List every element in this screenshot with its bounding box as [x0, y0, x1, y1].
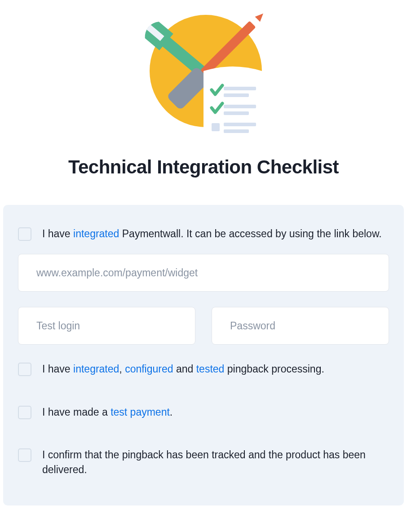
page-title: Technical Integration Checklist — [68, 156, 339, 178]
checkbox-confirm[interactable] — [18, 448, 31, 462]
link-tested[interactable]: tested — [196, 363, 225, 375]
checklist-illustration — [136, 8, 271, 138]
checklist-item-label: I have integrated, configured and tested… — [42, 362, 389, 377]
svg-rect-9 — [224, 105, 256, 108]
svg-rect-8 — [224, 93, 249, 97]
link-integrated[interactable]: integrated — [73, 228, 119, 239]
checklist-item-label: I have made a test payment. — [42, 405, 389, 420]
svg-rect-10 — [224, 111, 249, 115]
svg-rect-7 — [224, 87, 256, 90]
svg-rect-12 — [224, 129, 249, 133]
checklist-item-pingback: I have integrated, configured and tested… — [18, 362, 389, 377]
checklist-item-confirm: I confirm that the pingback has been tra… — [18, 448, 389, 478]
link-configured[interactable]: configured — [125, 363, 173, 375]
checklist-item-label: I have integrated Paymentwall. It can be… — [42, 226, 389, 241]
checklist-item-test-payment: I have made a test payment. — [18, 405, 389, 420]
checklist-item-integrated: I have integrated Paymentwall. It can be… — [18, 226, 389, 241]
svg-rect-13 — [212, 123, 220, 131]
checkbox-test-payment[interactable] — [18, 406, 31, 419]
checkbox-pingback[interactable] — [18, 363, 31, 376]
checklist-panel: I have integrated Paymentwall. It can be… — [3, 205, 404, 505]
password-input[interactable] — [212, 307, 389, 345]
checkbox-integrated[interactable] — [18, 227, 31, 241]
svg-rect-11 — [224, 123, 256, 126]
widget-url-input[interactable] — [18, 254, 389, 292]
test-login-input[interactable] — [18, 307, 195, 345]
checklist-item-label: I confirm that the pingback has been tra… — [42, 448, 389, 478]
svg-marker-5 — [255, 11, 266, 22]
link-integrated2[interactable]: integrated — [73, 363, 119, 375]
link-test-payment[interactable]: test payment — [111, 406, 170, 418]
